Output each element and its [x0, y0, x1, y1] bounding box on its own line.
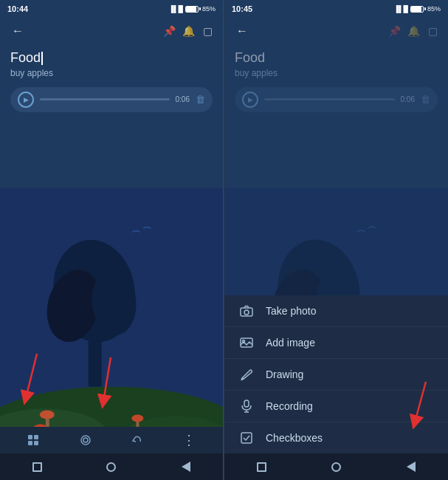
delete-audio-left[interactable]: 🗑 [196, 94, 205, 105]
bell-button-right[interactable]: 🔔 [404, 21, 423, 41]
back-nav-button-right[interactable] [398, 456, 424, 477]
battery-icon-right [410, 6, 424, 13]
menu-item-checkboxes[interactable]: Checkboxes [224, 422, 448, 453]
archive-button-left[interactable]: ▢ [198, 21, 217, 41]
drawing-icon [239, 367, 254, 382]
audio-player-left: ▶ 0:06 🗑 [10, 87, 213, 112]
pin-button-right[interactable]: 📌 [385, 21, 404, 41]
battery-pct-right: 85% [427, 5, 441, 13]
checkbox-icon [239, 431, 254, 445]
svg-point-23 [81, 436, 90, 445]
note-subtitle-right: buy apples [235, 68, 438, 78]
note-title-left[interactable]: Food [10, 50, 213, 66]
audio-time-right: 0:06 [401, 95, 415, 103]
menu-label-take-photo: Take photo [266, 305, 317, 317]
svg-rect-19 [28, 435, 32, 439]
delete-audio-right: 🗑 [421, 94, 430, 105]
back-button-left[interactable]: ← [6, 19, 30, 43]
menu-label-recording: Recording [266, 400, 313, 412]
note-content-left: Food buy apples [0, 46, 223, 83]
svg-point-24 [83, 438, 88, 442]
cursor-left [41, 52, 43, 65]
left-panel: 10:44 ▐▌█ 85% ← 📌 🔔 ▢ Food buy apples ▶ … [0, 0, 224, 480]
status-bar-right: 10:45 ▐▌█ 85% [224, 0, 448, 16]
note-title-right: Food [235, 50, 438, 66]
menu-label-add-image: Add image [266, 337, 315, 349]
svg-rect-44 [244, 400, 249, 407]
nav-bar-right [224, 453, 448, 480]
battery-icon-left [185, 6, 199, 13]
signal-icon-right: ▐▌█ [394, 5, 408, 13]
time-right: 10:45 [232, 4, 252, 13]
menu-item-take-photo[interactable]: Take photo [224, 295, 448, 326]
menu-item-add-image[interactable]: Add image [224, 326, 448, 358]
recent-apps-button-left[interactable] [24, 456, 50, 477]
note-subtitle-left[interactable]: buy apples [10, 68, 213, 78]
top-bar-right: ← 📌 🔔 ▢ [224, 16, 448, 46]
audio-time-left: 0:06 [176, 95, 190, 103]
play-button-left[interactable]: ▶ [18, 92, 34, 108]
status-bar-left: 10:44 ▐▌█ 85% [0, 0, 223, 16]
play-button-right: ▶ [242, 92, 258, 108]
more-button-left[interactable]: ⋮ [179, 430, 200, 450]
nav-bar-left [0, 453, 223, 480]
archive-button-right[interactable]: ▢ [423, 21, 442, 41]
svg-point-12 [40, 411, 55, 419]
back-button-right[interactable]: ← [230, 19, 254, 43]
right-panel: 10:45 ▐▌█ 85% ← 📌 🔔 ▢ Food buy apples ▶ … [224, 0, 448, 480]
menu-label-drawing: Drawing [266, 368, 303, 380]
svg-line-49 [415, 382, 426, 422]
svg-rect-21 [28, 441, 32, 445]
scene-svg-left [0, 188, 223, 453]
signal-icon: ▐▌█ [169, 5, 183, 13]
menu-label-checkboxes: Checkboxes [266, 432, 323, 444]
svg-rect-22 [34, 441, 38, 445]
home-button-left[interactable] [98, 456, 125, 477]
recent-apps-button-right[interactable] [249, 456, 275, 477]
camera-icon [239, 304, 254, 318]
note-content-right: Food buy apples [224, 46, 448, 83]
image-icon [239, 335, 254, 350]
mic-icon [239, 399, 254, 414]
status-icons-right: ▐▌█ 85% [394, 5, 441, 13]
progress-bar-left[interactable] [40, 98, 170, 100]
svg-rect-47 [241, 433, 252, 443]
battery-pct-left: 85% [202, 5, 216, 13]
audio-player-right: ▶ 0:06 🗑 [235, 87, 438, 112]
home-button-right[interactable] [323, 456, 350, 477]
arrow-right-checkboxes [396, 378, 433, 430]
progress-bar-right [264, 98, 395, 100]
back-nav-button-left[interactable] [173, 456, 199, 477]
pin-button-left[interactable]: 📌 [159, 21, 179, 41]
draw-button-left[interactable] [75, 430, 96, 450]
svg-rect-20 [34, 435, 38, 439]
svg-point-41 [244, 310, 249, 315]
grid-button-left[interactable] [23, 430, 44, 450]
bell-button-left[interactable]: 🔔 [179, 21, 198, 41]
status-icons-left: ▐▌█ 85% [169, 5, 216, 13]
context-menu: Take photo Add image Drawing [224, 295, 448, 453]
top-bar-left: ← 📌 🔔 ▢ [0, 16, 223, 46]
svg-point-14 [131, 415, 143, 422]
bottom-toolbar-left: ⋮ [0, 427, 223, 453]
undo-button-left[interactable] [127, 430, 148, 450]
scene-left [0, 188, 223, 453]
time-left: 10:44 [7, 4, 28, 13]
